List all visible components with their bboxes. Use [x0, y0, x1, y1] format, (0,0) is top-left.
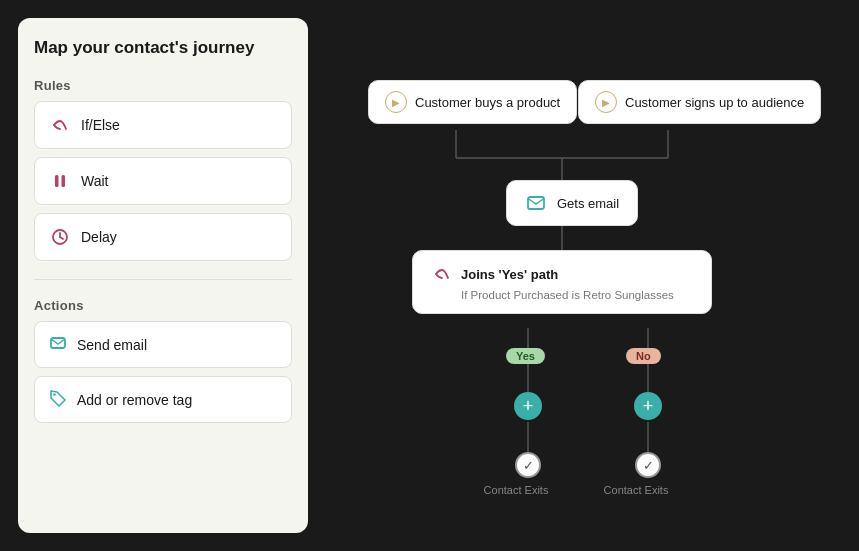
exit-circle-yes: ✓	[515, 452, 541, 478]
if-else-icon	[49, 114, 71, 136]
trigger2-icon: ▶	[595, 91, 617, 113]
trigger1-icon: ▶	[385, 91, 407, 113]
svg-rect-1	[62, 175, 66, 187]
exit-circle-no: ✓	[635, 452, 661, 478]
badge-yes: Yes	[506, 348, 545, 364]
canvas: ▶ Customer buys a product ▶ Customer sig…	[308, 0, 859, 551]
trigger-node-signs-up[interactable]: ▶ Customer signs up to audience	[578, 80, 821, 124]
add-step-yes-button[interactable]: +	[514, 392, 542, 420]
rule-if-else-label: If/Else	[81, 117, 120, 133]
ifelse-icon	[431, 263, 453, 285]
action-add-remove-tag[interactable]: Add or remove tag	[34, 376, 292, 423]
trigger2-label: Customer signs up to audience	[625, 95, 804, 110]
ifelse-subtitle: If Product Purchased is Retro Sunglasses	[431, 289, 693, 301]
add-step-no-button[interactable]: +	[634, 392, 662, 420]
svg-point-6	[53, 393, 55, 395]
trigger1-label: Customer buys a product	[415, 95, 560, 110]
actions-section-label: Actions	[34, 298, 292, 313]
pause-icon	[49, 170, 71, 192]
tag-icon	[49, 389, 67, 410]
badge-no: No	[626, 348, 661, 364]
rule-if-else[interactable]: If/Else	[34, 101, 292, 149]
clock-icon	[49, 226, 71, 248]
action-add-remove-tag-label: Add or remove tag	[77, 392, 192, 408]
rules-section-label: Rules	[34, 78, 292, 93]
exit-label-no: Contact Exits	[596, 484, 676, 496]
panel-divider	[34, 279, 292, 280]
gets-email-node[interactable]: Gets email	[506, 180, 638, 226]
ifelse-node[interactable]: Joins 'Yes' path If Product Purchased is…	[412, 250, 712, 314]
send-email-icon	[49, 334, 67, 355]
action-send-email[interactable]: Send email	[34, 321, 292, 368]
gets-email-label: Gets email	[557, 196, 619, 211]
rule-wait[interactable]: Wait	[34, 157, 292, 205]
exit-label-yes: Contact Exits	[476, 484, 556, 496]
panel-title: Map your contact's journey	[34, 38, 292, 58]
rule-delay-label: Delay	[81, 229, 117, 245]
trigger-node-buys-product[interactable]: ▶ Customer buys a product	[368, 80, 577, 124]
rule-wait-label: Wait	[81, 173, 108, 189]
gets-email-icon	[525, 192, 547, 214]
rule-delay[interactable]: Delay	[34, 213, 292, 261]
svg-rect-0	[55, 175, 59, 187]
svg-rect-5	[51, 338, 65, 348]
ifelse-title: Joins 'Yes' path	[431, 263, 693, 285]
svg-rect-18	[528, 197, 544, 209]
svg-line-4	[60, 237, 63, 239]
left-panel: Map your contact's journey Rules If/Else…	[18, 18, 308, 533]
action-send-email-label: Send email	[77, 337, 147, 353]
